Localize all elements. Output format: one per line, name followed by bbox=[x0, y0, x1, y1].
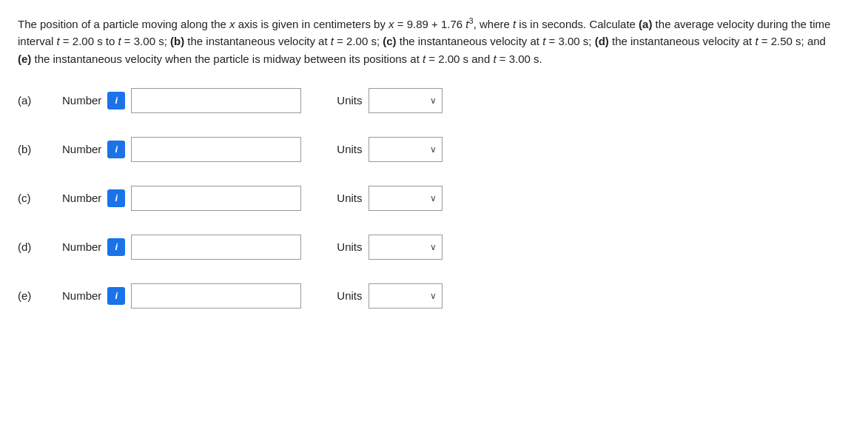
info-icon-a[interactable]: i bbox=[107, 92, 125, 110]
number-input-c[interactable] bbox=[131, 186, 301, 211]
info-icon-d[interactable]: i bbox=[107, 238, 125, 256]
part-label-a: (a) bbox=[18, 94, 62, 107]
number-input-b[interactable] bbox=[131, 137, 301, 162]
part-label-d: (d) bbox=[18, 240, 62, 253]
info-icon-e[interactable]: i bbox=[107, 287, 125, 305]
units-label-b: Units bbox=[337, 143, 362, 155]
units-select-d[interactable] bbox=[369, 235, 443, 260]
units-select-c[interactable] bbox=[369, 186, 443, 211]
units-select-wrapper-d: ∨ bbox=[369, 235, 443, 260]
part-label-e: (e) bbox=[18, 289, 62, 302]
units-select-b[interactable] bbox=[369, 137, 443, 162]
number-input-e[interactable] bbox=[131, 283, 301, 309]
problem-text: The position of a particle moving along … bbox=[18, 15, 832, 67]
part-row-c: (c)NumberiUnits∨ bbox=[18, 186, 850, 211]
number-label-c: Number bbox=[62, 192, 101, 204]
number-label-a: Number bbox=[62, 94, 101, 107]
number-label-b: Number bbox=[62, 143, 101, 155]
units-label-e: Units bbox=[337, 289, 362, 302]
units-label-c: Units bbox=[337, 192, 362, 204]
info-icon-b[interactable]: i bbox=[107, 141, 125, 158]
part-row-e: (e)NumberiUnits∨ bbox=[18, 283, 850, 309]
units-label-d: Units bbox=[337, 240, 362, 253]
part-row-a: (a)NumberiUnits∨ bbox=[18, 88, 850, 113]
part-row-d: (d)NumberiUnits∨ bbox=[18, 235, 850, 260]
number-input-a[interactable] bbox=[131, 88, 301, 113]
units-select-wrapper-e: ∨ bbox=[369, 283, 443, 309]
units-label-a: Units bbox=[337, 94, 362, 107]
units-select-wrapper-a: ∨ bbox=[369, 88, 443, 113]
number-label-e: Number bbox=[62, 289, 101, 302]
number-input-d[interactable] bbox=[131, 235, 301, 260]
part-row-b: (b)NumberiUnits∨ bbox=[18, 137, 850, 162]
units-select-a[interactable] bbox=[369, 88, 443, 113]
units-select-wrapper-c: ∨ bbox=[369, 186, 443, 211]
number-label-d: Number bbox=[62, 240, 101, 253]
units-select-e[interactable] bbox=[369, 283, 443, 309]
part-label-b: (b) bbox=[18, 143, 62, 155]
part-label-c: (c) bbox=[18, 192, 62, 204]
units-select-wrapper-b: ∨ bbox=[369, 137, 443, 162]
info-icon-c[interactable]: i bbox=[107, 189, 125, 207]
